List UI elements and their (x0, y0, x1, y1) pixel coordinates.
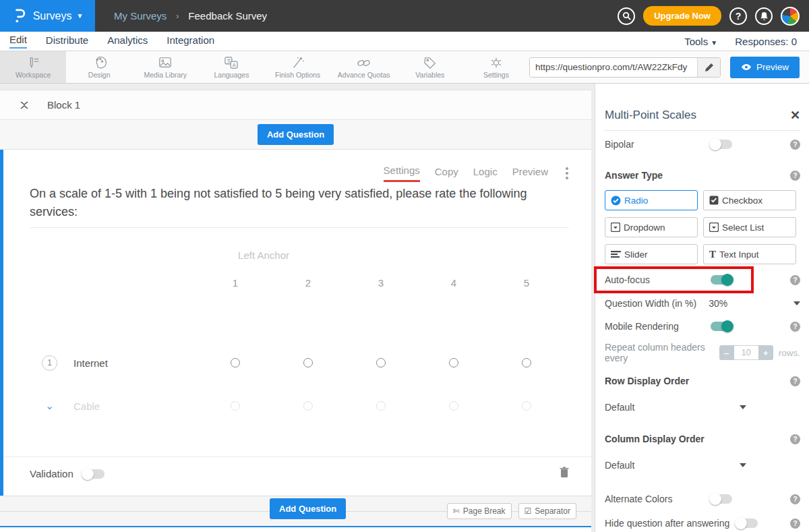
close-icon[interactable]: ✕ (790, 108, 800, 123)
breadcrumb-my-surveys[interactable]: My Surveys (114, 10, 167, 22)
radio-internet-1[interactable] (231, 358, 240, 367)
toolbar-item-design[interactable]: Design (66, 51, 132, 83)
help-icon[interactable]: ? (790, 519, 800, 529)
question-tab-preview[interactable]: Preview (512, 166, 548, 181)
breadcrumb: My Surveys › Feedback Survey (114, 10, 267, 22)
column-display-order-select[interactable]: Default (605, 460, 800, 471)
questionpro-survey-editor: Surveys ▼ My Surveys › Feedback Survey U… (0, 0, 809, 532)
row-display-order-select[interactable]: Default (605, 402, 800, 413)
toolbar-item-advance-quotas[interactable]: Advance Quotas (331, 51, 397, 83)
question-width-row[interactable]: Question Width (in %) 30% (605, 298, 800, 309)
row-label-cable[interactable]: Cable (73, 401, 100, 412)
radio-cable-4[interactable] (449, 401, 458, 411)
toolbar-right: Preview (529, 51, 809, 83)
radio-cable-2[interactable] (303, 401, 313, 411)
plus-button[interactable]: + (758, 345, 773, 360)
upgrade-now-button[interactable]: Upgrade Now (643, 6, 721, 26)
column-header-4[interactable]: 4 (417, 277, 490, 289)
help-icon[interactable]: ? (790, 494, 800, 504)
radio-cable-3[interactable] (376, 401, 386, 411)
delete-question-button[interactable] (560, 467, 569, 481)
collapse-block-button[interactable] (20, 101, 28, 109)
toolbar-item-settings[interactable]: Settings (463, 51, 529, 83)
chevron-down-icon[interactable] (740, 405, 746, 409)
search-button[interactable] (618, 7, 635, 25)
toolbar-item-finish-options[interactable]: Finish Options (265, 51, 331, 83)
preview-button[interactable]: Preview (730, 57, 800, 78)
help-button[interactable]: ? (729, 7, 747, 25)
user-avatar[interactable] (781, 7, 800, 26)
row-number-badge[interactable]: 1 (42, 355, 57, 371)
validation-label: Validation (30, 468, 73, 479)
column-header-5[interactable]: 5 (490, 277, 563, 289)
question-width-value[interactable]: 30% (709, 298, 727, 309)
row-display-order-value[interactable]: Default (605, 402, 634, 413)
column-header-2[interactable]: 2 (272, 277, 344, 289)
mobile-rendering-toggle[interactable] (709, 320, 733, 333)
answer-type-select-list[interactable]: Select List (703, 217, 796, 237)
row-display-order-row: Row Display Order ? (605, 376, 800, 386)
question-tab-logic[interactable]: Logic (473, 166, 498, 181)
left-anchor-label[interactable]: Left Anchor (193, 249, 334, 261)
auto-focus-label: Auto-focus (605, 274, 650, 285)
question-text[interactable]: On a scale of 1-5 with 1 being not satis… (30, 185, 549, 221)
radio-internet-2[interactable] (303, 358, 313, 367)
help-icon[interactable]: ? (790, 275, 800, 285)
column-header-1[interactable]: 1 (199, 277, 272, 289)
product-menu[interactable]: Surveys ▼ (0, 0, 95, 32)
toolbar-item-languages[interactable]: 文A Languages (198, 51, 264, 83)
help-icon[interactable]: ? (790, 376, 800, 386)
radio-cable-1[interactable] (231, 401, 240, 411)
auto-focus-toggle[interactable] (709, 273, 733, 287)
radio-internet-3[interactable] (376, 358, 386, 367)
tab-integration[interactable]: Integration (167, 34, 214, 48)
question-more-menu[interactable] (563, 166, 571, 181)
separator-button[interactable]: ☑Separator (518, 503, 576, 519)
notifications-button[interactable] (755, 7, 773, 25)
toolbar-item-variables[interactable]: Variables (397, 51, 463, 83)
add-question-button-bottom[interactable]: Add Question (270, 498, 346, 519)
toolbar-item-workspace[interactable]: Workspace (0, 51, 66, 83)
radio-internet-5[interactable] (522, 358, 531, 367)
radio-internet-4[interactable] (449, 358, 458, 367)
column-display-order-value[interactable]: Default (605, 460, 634, 471)
edit-url-button[interactable] (697, 58, 720, 77)
answer-type-dropdown[interactable]: Dropdown (605, 217, 698, 237)
row-label-internet[interactable]: Internet (73, 357, 108, 369)
panel-title: Multi-Point Scales (605, 109, 696, 122)
bipolar-toggle[interactable] (709, 138, 733, 151)
hide-question-toggle[interactable] (735, 516, 759, 530)
validation-toggle[interactable] (82, 467, 106, 481)
tab-distribute[interactable]: Distribute (46, 34, 88, 48)
column-header-3[interactable]: 3 (344, 277, 417, 289)
responses-count[interactable]: Responses: 0 (735, 36, 797, 47)
answer-type-text-input[interactable]: T Text Input (703, 244, 796, 264)
help-icon[interactable]: ? (790, 140, 800, 150)
block-title[interactable]: Block 1 (47, 99, 80, 111)
answer-type-radio[interactable]: Radio (605, 190, 698, 210)
chevron-down-icon[interactable] (740, 463, 746, 467)
tab-edit[interactable]: Edit (9, 34, 27, 49)
minus-button[interactable]: – (719, 345, 734, 360)
product-label: Surveys (33, 10, 72, 22)
alternate-colors-toggle[interactable] (709, 492, 733, 506)
answer-type-checkbox[interactable]: Checkbox (703, 190, 796, 210)
column-display-order-row: Column Display Order ? (605, 434, 800, 444)
question-tab-settings[interactable]: Settings (384, 165, 420, 182)
page-break-button[interactable]: ✄Page Break (447, 503, 512, 519)
tools-menu[interactable]: Tools ▼ (684, 36, 717, 47)
palette-icon (92, 56, 107, 69)
survey-url-input[interactable] (530, 58, 697, 77)
help-icon[interactable]: ? (790, 434, 800, 444)
chevron-down-icon[interactable] (793, 301, 800, 305)
radio-cable-5[interactable] (522, 401, 531, 411)
help-icon[interactable]: ? (790, 322, 800, 332)
chevron-down-icon[interactable]: ⌄ (42, 400, 57, 412)
add-question-button-top[interactable]: Add Question (258, 124, 334, 145)
repeat-headers-input[interactable] (734, 345, 758, 360)
tab-analytics[interactable]: Analytics (107, 34, 148, 48)
help-icon[interactable]: ? (790, 171, 800, 181)
answer-type-slider[interactable]: Slider (605, 244, 698, 264)
question-tab-copy[interactable]: Copy (435, 166, 458, 181)
toolbar-item-media-library[interactable]: Media Library (132, 51, 198, 83)
